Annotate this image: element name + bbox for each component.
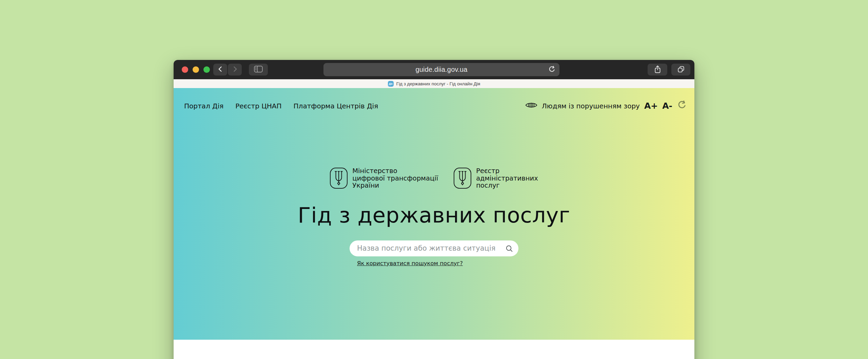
search-box	[350, 240, 518, 256]
address-bar-url: guide.diia.gov.ua	[415, 66, 467, 73]
sidebar-icon	[254, 66, 263, 73]
search-icon[interactable]	[506, 245, 513, 254]
font-reset-icon[interactable]	[677, 100, 687, 112]
font-increase-button[interactable]: A+	[644, 102, 658, 110]
ministry-logo-text: Міністерство цифрової трансформації Укра…	[352, 167, 438, 189]
address-bar[interactable]: guide.diia.gov.ua	[323, 63, 559, 76]
font-decrease-button[interactable]: A-	[662, 102, 672, 110]
chevron-right-icon	[232, 66, 238, 73]
share-icon	[654, 65, 662, 75]
reload-icon[interactable]	[548, 66, 556, 75]
forward-button[interactable]	[228, 64, 242, 76]
chevron-left-icon	[217, 66, 223, 73]
nav-link-diia-centers-platform[interactable]: Платформа Центрів Дія	[294, 102, 378, 110]
trident-emblem-icon	[330, 168, 348, 189]
tab-title[interactable]: Гід з державних послуг - Гід онлайн Дія	[396, 81, 480, 86]
hero-section: Портал Дія Реєстр ЦНАП Платформа Центрів…	[174, 88, 694, 340]
vision-eye-icon	[525, 101, 537, 111]
vision-impaired-label[interactable]: Людям із порушенням зору	[542, 102, 640, 110]
search-input[interactable]	[350, 240, 518, 256]
registry-logo: Реєстр адміністративних послуг	[454, 167, 538, 189]
tab-overview-button[interactable]	[671, 64, 690, 76]
ministry-logo: Міністерство цифрової трансформації Укра…	[330, 167, 438, 189]
site-favicon: Дія	[388, 81, 394, 87]
tab-bar: Дія Гід з державних послуг - Гід онлайн …	[174, 79, 694, 88]
tabs-icon	[677, 65, 685, 74]
nav-link-diia-portal[interactable]: Портал Дія	[184, 102, 223, 110]
logos-row: Міністерство цифрової трансформації Укра…	[174, 167, 694, 189]
trident-emblem-icon	[454, 168, 471, 189]
page-content-below-fold	[174, 340, 694, 359]
search-help-row: Як користуватися пошуком послуг?	[350, 260, 518, 267]
page-title: Гід з державних послуг	[174, 203, 694, 228]
minimize-window-button[interactable]	[193, 66, 199, 73]
back-button[interactable]	[213, 64, 227, 76]
registry-logo-text: Реєстр адміністративних послуг	[476, 167, 538, 189]
nav-link-cnap-registry[interactable]: Реєстр ЦНАП	[235, 102, 281, 110]
close-window-button[interactable]	[182, 66, 188, 73]
accessibility-controls: Людям із порушенням зору A+ A-	[525, 100, 687, 112]
window-controls	[182, 66, 210, 73]
sidebar-toggle-button[interactable]	[249, 64, 268, 76]
share-button[interactable]	[648, 64, 667, 76]
browser-window: guide.diia.gov.ua	[174, 60, 694, 359]
zoom-window-button[interactable]	[203, 66, 210, 73]
browser-toolbar: guide.diia.gov.ua	[174, 60, 694, 79]
search-help-link[interactable]: Як користуватися пошуком послуг?	[357, 260, 463, 267]
site-navigation: Портал Дія Реєстр ЦНАП Платформа Центрів…	[174, 88, 694, 112]
